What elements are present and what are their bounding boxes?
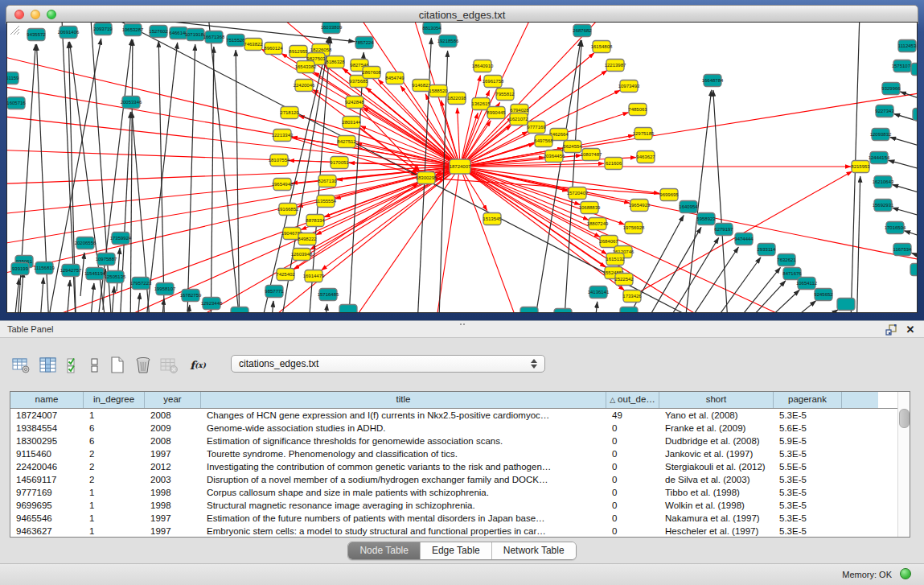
table-row[interactable]: 1456911722003Disruption of a novel membe… <box>10 473 910 486</box>
graph-node[interactable]: 16671368 <box>203 31 225 43</box>
graph-node[interactable]: 5958923 <box>696 213 716 225</box>
minimize-window-button[interactable] <box>31 10 40 19</box>
float-panel-icon[interactable] <box>884 323 898 336</box>
graph-node[interactable]: 12942757 <box>60 265 82 277</box>
graph-node[interactable]: 1167534 <box>893 244 913 256</box>
delete-attribute-icon[interactable] <box>132 354 154 377</box>
graph-edge[interactable] <box>637 227 701 312</box>
graph-node[interactable]: 7425402 <box>276 269 295 281</box>
graph-edge[interactable] <box>890 137 917 154</box>
network-canvas[interactable]: 9435572206914062093719106532871527602646… <box>7 23 917 312</box>
graph-node[interactable]: 16210643 <box>873 176 894 188</box>
graph-node[interactable]: 20691406 <box>58 27 80 39</box>
graph-node[interactable]: 8186328 <box>326 56 345 68</box>
table-row[interactable]: 1938455462009Genome-wide association stu… <box>10 422 910 435</box>
graph-node[interactable]: 19654948 <box>272 179 294 191</box>
graph-node[interactable]: 19756928 <box>623 222 645 234</box>
graph-node[interactable]: 2718120 <box>280 107 299 119</box>
graph-node[interactable]: 1621072 <box>509 113 528 126</box>
graph-node[interactable]: 18724007 <box>450 159 471 174</box>
graph-node[interactable]: 22420046 <box>294 80 315 92</box>
graph-node[interactable]: 2522542 <box>614 274 634 286</box>
graph-edge[interactable] <box>211 47 214 312</box>
graph-node[interactable]: 1588520 <box>429 85 448 97</box>
graph-node[interactable]: 16782759 <box>180 290 202 302</box>
graph-node[interactable]: 1112453 <box>898 40 917 52</box>
graph-node[interactable]: 20053346 <box>121 97 142 109</box>
graph-node[interactable]: 7485063 <box>628 104 647 116</box>
table-row[interactable]: 2242004622012Investigating the contribut… <box>10 460 910 473</box>
graph-node[interactable]: 9699695 <box>659 189 679 201</box>
graph-node[interactable] <box>554 309 572 313</box>
close-window-button[interactable] <box>14 10 24 19</box>
graph-edge[interactable] <box>40 278 43 312</box>
graph-node[interactable]: 15720407 <box>567 187 589 200</box>
column-header-pagerank[interactable]: pagerank <box>774 392 842 408</box>
graph-node[interactable]: 8267130 <box>318 175 337 187</box>
graph-node[interactable]: 9435572 <box>27 29 46 41</box>
graph-node[interactable]: 10973493 <box>618 80 640 93</box>
graph-node[interactable]: 17016504 <box>885 222 906 234</box>
graph-node[interactable]: 16154808 <box>591 41 613 53</box>
graph-node[interactable]: 12213343 <box>272 130 294 142</box>
graph-edge[interactable] <box>187 44 195 312</box>
tab-network-table[interactable]: Network Table <box>491 542 576 559</box>
graph-node[interactable]: 10653287 <box>122 24 144 36</box>
function-builder-icon[interactable]: f(x) <box>187 354 209 377</box>
graph-node[interactable] <box>911 64 917 76</box>
graph-edge[interactable] <box>7 149 452 167</box>
graph-node[interactable]: 2867608 <box>362 67 381 79</box>
graph-node[interactable]: 3624554 <box>563 141 582 153</box>
graph-node[interactable]: 1640954 <box>679 201 698 213</box>
graph-node[interactable]: 16914479 <box>303 270 325 282</box>
table-row[interactable]: 1830029562008Estimation of significance … <box>10 435 910 447</box>
graph-node[interactable]: 11545194 <box>84 268 106 280</box>
graph-edge[interactable] <box>593 302 598 312</box>
graph-edge[interactable] <box>323 304 327 312</box>
graph-node[interactable] <box>620 307 638 313</box>
graph-node[interactable]: 2687682 <box>573 25 592 37</box>
graph-edge[interactable] <box>713 90 728 312</box>
graph-node[interactable]: 1733426 <box>622 290 642 303</box>
graph-edge[interactable] <box>462 76 480 159</box>
graph-node[interactable]: 17359924 <box>110 233 132 245</box>
graph-node[interactable]: 9227343 <box>875 105 894 117</box>
network-window-titlebar[interactable]: citations_edges.txt <box>6 5 918 24</box>
graph-node[interactable]: 8427512 <box>337 136 356 148</box>
graph-node[interactable]: 7857224 <box>355 37 374 49</box>
graph-node[interactable]: 9245652 <box>814 289 833 301</box>
graph-node[interactable]: 9329966 <box>881 83 901 95</box>
column-header-year[interactable]: year <box>145 392 201 408</box>
new-table-icon[interactable] <box>106 354 129 377</box>
close-panel-icon[interactable]: ✕ <box>903 323 918 336</box>
graph-node[interactable]: 7632621 <box>777 254 796 266</box>
graph-node[interactable]: 8960124 <box>264 43 283 55</box>
table-selector-dropdown[interactable]: citations_edges.txt <box>231 355 545 373</box>
graph-node[interactable]: 10975887 <box>96 253 117 266</box>
graph-edge[interactable] <box>346 173 455 312</box>
graph-node[interactable]: 12603948 <box>291 249 313 261</box>
scrollbar-thumb[interactable] <box>899 409 910 428</box>
table-vertical-scrollbar[interactable] <box>897 392 910 537</box>
graph-node[interactable]: 2933114 <box>758 244 777 256</box>
table-row[interactable]: 946362711997Embryonic stem cells: a mode… <box>10 525 910 538</box>
graph-node[interactable]: 11156819 <box>34 262 55 274</box>
graph-node[interactable] <box>231 307 248 313</box>
graph-node[interactable]: 1822038 <box>447 93 466 105</box>
graph-edge[interactable] <box>158 41 165 312</box>
graph-node[interactable]: 12444154 <box>869 152 890 164</box>
column-header-short[interactable]: short <box>659 392 774 408</box>
table-row[interactable]: 977716911998Corpus callosum shape and si… <box>10 486 910 499</box>
panel-drag-handle[interactable] <box>459 323 466 326</box>
graph-node[interactable]: 19654923 <box>629 200 651 212</box>
graph-node[interactable]: 1605716 <box>7 97 26 109</box>
graph-node[interactable]: 15751074 <box>892 60 914 72</box>
graph-node[interactable]: 1513545 <box>483 213 502 225</box>
graph-node[interactable] <box>837 299 855 311</box>
graph-edge[interactable] <box>137 293 140 312</box>
graph-node[interactable]: 10654112 <box>796 278 818 290</box>
graph-edge[interactable] <box>111 286 114 312</box>
graph-edge[interactable] <box>778 310 838 312</box>
graph-node[interactable]: 8498222 <box>298 233 317 245</box>
graph-edge[interactable] <box>117 248 120 291</box>
